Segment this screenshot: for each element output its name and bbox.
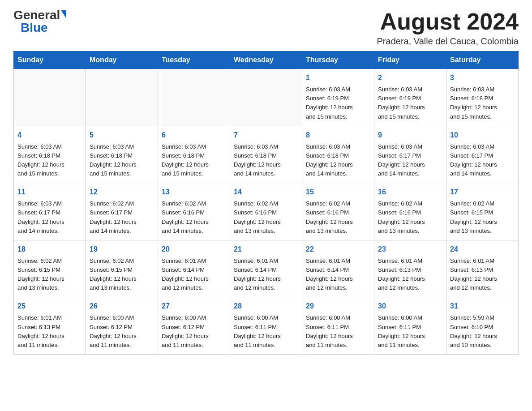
weekday-header-wednesday: Wednesday [230,51,302,69]
day-number: 12 [90,187,154,197]
table-row: 16Sunrise: 6:02 AM Sunset: 6:16 PM Dayli… [374,183,446,240]
day-number: 23 [378,244,442,255]
day-number: 5 [90,130,154,141]
day-number: 1 [306,73,370,83]
table-row: 5Sunrise: 6:03 AM Sunset: 6:18 PM Daylig… [86,126,158,183]
day-info: Sunrise: 6:01 AM Sunset: 6:14 PM Dayligh… [234,257,298,293]
table-row: 29Sunrise: 6:00 AM Sunset: 6:11 PM Dayli… [302,297,374,355]
table-row: 15Sunrise: 6:02 AM Sunset: 6:16 PM Dayli… [302,183,374,240]
day-number: 18 [17,244,82,255]
day-info: Sunrise: 6:03 AM Sunset: 6:17 PM Dayligh… [450,142,515,179]
day-info: Sunrise: 6:03 AM Sunset: 6:18 PM Dayligh… [306,142,370,179]
day-number: 27 [162,301,226,312]
weekday-header-friday: Friday [374,51,446,69]
day-info: Sunrise: 6:03 AM Sunset: 6:17 PM Dayligh… [378,142,442,179]
table-row: 13Sunrise: 6:02 AM Sunset: 6:16 PM Dayli… [158,183,230,240]
day-number: 4 [17,130,82,141]
day-info: Sunrise: 6:03 AM Sunset: 6:18 PM Dayligh… [234,142,298,179]
table-row: 8Sunrise: 6:03 AM Sunset: 6:18 PM Daylig… [302,126,374,183]
table-row: 2Sunrise: 6:03 AM Sunset: 6:19 PM Daylig… [374,69,446,126]
table-row: 28Sunrise: 6:00 AM Sunset: 6:11 PM Dayli… [230,297,302,355]
calendar-week-2: 4Sunrise: 6:03 AM Sunset: 6:18 PM Daylig… [14,126,519,183]
month-title: August 2024 [377,9,519,34]
table-row: 25Sunrise: 6:01 AM Sunset: 6:13 PM Dayli… [14,297,86,355]
weekday-header-tuesday: Tuesday [158,51,230,69]
logo-blue-text: Blue [21,21,48,34]
table-row [86,69,158,126]
weekday-header-thursday: Thursday [302,51,374,69]
day-number: 20 [162,244,226,255]
calendar-week-3: 11Sunrise: 6:03 AM Sunset: 6:17 PM Dayli… [14,183,519,240]
day-info: Sunrise: 6:02 AM Sunset: 6:16 PM Dayligh… [234,199,298,235]
day-info: Sunrise: 6:01 AM Sunset: 6:13 PM Dayligh… [450,257,515,293]
day-info: Sunrise: 5:59 AM Sunset: 6:10 PM Dayligh… [450,313,515,350]
page-header: General Blue August 2024 Pradera, Valle … [13,9,519,47]
weekday-header-monday: Monday [86,51,158,69]
table-row: 23Sunrise: 6:01 AM Sunset: 6:13 PM Dayli… [374,240,446,297]
weekday-header-sunday: Sunday [14,51,86,69]
location-text: Pradera, Valle del Cauca, Colombia [377,36,519,47]
day-number: 25 [17,301,82,312]
day-number: 31 [450,301,515,312]
table-row: 18Sunrise: 6:02 AM Sunset: 6:15 PM Dayli… [14,240,86,297]
day-number: 7 [234,130,298,141]
day-number: 28 [234,301,298,312]
day-number: 14 [234,187,298,197]
table-row [230,69,302,126]
table-row [158,69,230,126]
day-info: Sunrise: 6:02 AM Sunset: 6:16 PM Dayligh… [162,199,226,235]
title-area: August 2024 Pradera, Valle del Cauca, Co… [377,9,519,47]
table-row: 10Sunrise: 6:03 AM Sunset: 6:17 PM Dayli… [446,126,519,183]
logo: General Blue [13,9,66,34]
day-number: 8 [306,130,370,141]
table-row: 7Sunrise: 6:03 AM Sunset: 6:18 PM Daylig… [230,126,302,183]
day-number: 24 [450,244,515,255]
day-number: 13 [162,187,226,197]
day-number: 9 [378,130,442,141]
day-info: Sunrise: 6:02 AM Sunset: 6:15 PM Dayligh… [90,257,154,293]
day-number: 2 [378,73,442,83]
table-row: 22Sunrise: 6:01 AM Sunset: 6:14 PM Dayli… [302,240,374,297]
day-number: 6 [162,130,226,141]
table-row: 1Sunrise: 6:03 AM Sunset: 6:19 PM Daylig… [302,69,374,126]
table-row: 9Sunrise: 6:03 AM Sunset: 6:17 PM Daylig… [374,126,446,183]
table-row: 14Sunrise: 6:02 AM Sunset: 6:16 PM Dayli… [230,183,302,240]
table-row: 11Sunrise: 6:03 AM Sunset: 6:17 PM Dayli… [14,183,86,240]
day-info: Sunrise: 6:03 AM Sunset: 6:19 PM Dayligh… [378,85,442,121]
weekday-header-row: SundayMondayTuesdayWednesdayThursdayFrid… [14,51,519,69]
day-info: Sunrise: 6:02 AM Sunset: 6:15 PM Dayligh… [17,257,82,293]
day-info: Sunrise: 6:01 AM Sunset: 6:13 PM Dayligh… [17,313,82,350]
day-info: Sunrise: 6:00 AM Sunset: 6:11 PM Dayligh… [234,313,298,350]
logo-general-text: General [13,9,60,21]
table-row: 21Sunrise: 6:01 AM Sunset: 6:14 PM Dayli… [230,240,302,297]
calendar-header: SundayMondayTuesdayWednesdayThursdayFrid… [14,51,519,69]
day-number: 15 [306,187,370,197]
day-info: Sunrise: 6:01 AM Sunset: 6:13 PM Dayligh… [378,257,442,293]
day-info: Sunrise: 6:03 AM Sunset: 6:18 PM Dayligh… [450,85,515,121]
day-number: 30 [378,301,442,312]
table-row: 19Sunrise: 6:02 AM Sunset: 6:15 PM Dayli… [86,240,158,297]
table-row [14,69,86,126]
table-row: 20Sunrise: 6:01 AM Sunset: 6:14 PM Dayli… [158,240,230,297]
day-info: Sunrise: 6:03 AM Sunset: 6:18 PM Dayligh… [17,142,82,179]
day-info: Sunrise: 6:03 AM Sunset: 6:18 PM Dayligh… [90,142,154,179]
day-info: Sunrise: 6:02 AM Sunset: 6:16 PM Dayligh… [378,199,442,235]
day-number: 3 [450,73,515,83]
calendar-table: SundayMondayTuesdayWednesdayThursdayFrid… [13,51,519,355]
day-info: Sunrise: 6:00 AM Sunset: 6:12 PM Dayligh… [162,313,226,350]
table-row: 24Sunrise: 6:01 AM Sunset: 6:13 PM Dayli… [446,240,519,297]
calendar-week-4: 18Sunrise: 6:02 AM Sunset: 6:15 PM Dayli… [14,240,519,297]
day-info: Sunrise: 6:01 AM Sunset: 6:14 PM Dayligh… [306,257,370,293]
weekday-header-saturday: Saturday [446,51,519,69]
day-info: Sunrise: 6:03 AM Sunset: 6:19 PM Dayligh… [306,85,370,121]
day-number: 29 [306,301,370,312]
table-row: 26Sunrise: 6:00 AM Sunset: 6:12 PM Dayli… [86,297,158,355]
table-row: 6Sunrise: 6:03 AM Sunset: 6:18 PM Daylig… [158,126,230,183]
day-info: Sunrise: 6:01 AM Sunset: 6:14 PM Dayligh… [162,257,226,293]
day-info: Sunrise: 6:02 AM Sunset: 6:16 PM Dayligh… [306,199,370,235]
day-info: Sunrise: 6:02 AM Sunset: 6:15 PM Dayligh… [450,199,515,235]
day-number: 11 [17,187,82,197]
calendar-week-5: 25Sunrise: 6:01 AM Sunset: 6:13 PM Dayli… [14,297,519,355]
day-info: Sunrise: 6:00 AM Sunset: 6:11 PM Dayligh… [306,313,370,350]
calendar-body: 1Sunrise: 6:03 AM Sunset: 6:19 PM Daylig… [14,69,519,355]
